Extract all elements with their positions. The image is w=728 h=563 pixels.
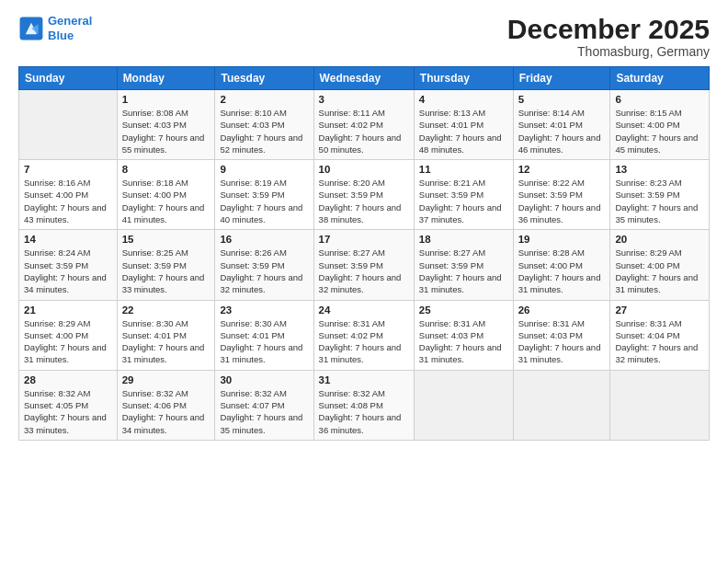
day-info: Sunrise: 8:22 AMSunset: 3:59 PMDaylight:… xyxy=(518,177,606,225)
day-info: Sunrise: 8:11 AMSunset: 4:02 PMDaylight:… xyxy=(319,107,409,155)
day-info: Sunrise: 8:31 AMSunset: 4:02 PMDaylight:… xyxy=(319,317,409,366)
header-monday: Monday xyxy=(117,67,215,90)
logo-icon xyxy=(18,16,44,41)
title-block: December 2025 Thomasburg, Germany xyxy=(507,14,710,59)
day-number: 30 xyxy=(220,374,308,385)
day-info: Sunrise: 8:29 AMSunset: 4:00 PMDaylight:… xyxy=(615,247,704,295)
calendar-cell: 29Sunrise: 8:32 AMSunset: 4:06 PMDayligh… xyxy=(117,370,215,440)
calendar-cell: 31Sunrise: 8:32 AMSunset: 4:08 PMDayligh… xyxy=(313,370,414,440)
day-info: Sunrise: 8:29 AMSunset: 4:00 PMDaylight:… xyxy=(24,317,112,366)
day-number: 4 xyxy=(419,94,508,105)
calendar-cell xyxy=(19,90,118,160)
day-info: Sunrise: 8:19 AMSunset: 3:59 PMDaylight:… xyxy=(220,177,308,225)
day-number: 27 xyxy=(615,304,704,316)
header: General Blue December 2025 Thomasburg, G… xyxy=(18,14,710,59)
day-number: 18 xyxy=(419,234,508,245)
day-info: Sunrise: 8:16 AMSunset: 4:00 PMDaylight:… xyxy=(24,177,112,225)
day-number: 2 xyxy=(220,94,308,105)
day-info: Sunrise: 8:32 AMSunset: 4:06 PMDaylight:… xyxy=(122,387,210,436)
page-container: General Blue December 2025 Thomasburg, G… xyxy=(0,0,728,563)
day-info: Sunrise: 8:20 AMSunset: 3:59 PMDaylight:… xyxy=(319,177,409,225)
calendar-cell: 10Sunrise: 8:20 AMSunset: 3:59 PMDayligh… xyxy=(313,160,414,230)
day-info: Sunrise: 8:27 AMSunset: 3:59 PMDaylight:… xyxy=(319,247,409,295)
calendar-week-row: 1Sunrise: 8:08 AMSunset: 4:03 PMDaylight… xyxy=(19,90,710,160)
calendar-cell: 17Sunrise: 8:27 AMSunset: 3:59 PMDayligh… xyxy=(313,230,414,300)
day-info: Sunrise: 8:24 AMSunset: 3:59 PMDaylight:… xyxy=(24,247,112,295)
day-info: Sunrise: 8:31 AMSunset: 4:03 PMDaylight:… xyxy=(419,317,508,366)
header-wednesday: Wednesday xyxy=(313,67,414,90)
day-number: 16 xyxy=(220,234,308,245)
calendar-cell: 23Sunrise: 8:30 AMSunset: 4:01 PMDayligh… xyxy=(215,300,313,370)
day-number: 3 xyxy=(319,94,409,105)
calendar-cell: 7Sunrise: 8:16 AMSunset: 4:00 PMDaylight… xyxy=(19,160,118,230)
calendar-cell: 28Sunrise: 8:32 AMSunset: 4:05 PMDayligh… xyxy=(19,370,118,440)
calendar-cell: 27Sunrise: 8:31 AMSunset: 4:04 PMDayligh… xyxy=(610,300,710,370)
calendar-cell: 30Sunrise: 8:32 AMSunset: 4:07 PMDayligh… xyxy=(215,370,313,440)
day-number: 10 xyxy=(319,164,409,175)
calendar-cell xyxy=(414,370,513,440)
calendar-cell: 19Sunrise: 8:28 AMSunset: 4:00 PMDayligh… xyxy=(513,230,610,300)
day-number: 13 xyxy=(615,164,704,175)
day-number: 1 xyxy=(122,94,210,105)
day-number: 8 xyxy=(122,164,210,175)
calendar-cell: 8Sunrise: 8:18 AMSunset: 4:00 PMDaylight… xyxy=(117,160,215,230)
day-info: Sunrise: 8:15 AMSunset: 4:00 PMDaylight:… xyxy=(615,107,704,155)
calendar: Sunday Monday Tuesday Wednesday Thursday… xyxy=(18,66,710,441)
calendar-cell: 15Sunrise: 8:25 AMSunset: 3:59 PMDayligh… xyxy=(117,230,215,300)
header-saturday: Saturday xyxy=(610,67,710,90)
calendar-cell: 2Sunrise: 8:10 AMSunset: 4:03 PMDaylight… xyxy=(215,90,313,160)
location: Thomasburg, Germany xyxy=(507,44,710,59)
calendar-week-row: 28Sunrise: 8:32 AMSunset: 4:05 PMDayligh… xyxy=(19,370,710,440)
calendar-cell xyxy=(610,370,710,440)
calendar-week-row: 21Sunrise: 8:29 AMSunset: 4:00 PMDayligh… xyxy=(19,300,710,370)
day-info: Sunrise: 8:32 AMSunset: 4:07 PMDaylight:… xyxy=(220,387,308,436)
day-number: 24 xyxy=(319,304,409,316)
calendar-cell: 25Sunrise: 8:31 AMSunset: 4:03 PMDayligh… xyxy=(414,300,513,370)
day-info: Sunrise: 8:32 AMSunset: 4:05 PMDaylight:… xyxy=(24,387,112,436)
logo-text: General Blue xyxy=(48,14,92,42)
calendar-cell xyxy=(513,370,610,440)
day-info: Sunrise: 8:30 AMSunset: 4:01 PMDaylight:… xyxy=(122,317,210,366)
calendar-cell: 11Sunrise: 8:21 AMSunset: 3:59 PMDayligh… xyxy=(414,160,513,230)
day-number: 11 xyxy=(419,164,508,175)
calendar-cell: 5Sunrise: 8:14 AMSunset: 4:01 PMDaylight… xyxy=(513,90,610,160)
day-info: Sunrise: 8:18 AMSunset: 4:00 PMDaylight:… xyxy=(122,177,210,225)
month-title: December 2025 xyxy=(507,14,710,44)
calendar-cell: 13Sunrise: 8:23 AMSunset: 3:59 PMDayligh… xyxy=(610,160,710,230)
calendar-week-row: 7Sunrise: 8:16 AMSunset: 4:00 PMDaylight… xyxy=(19,160,710,230)
calendar-cell: 21Sunrise: 8:29 AMSunset: 4:00 PMDayligh… xyxy=(19,300,118,370)
day-number: 9 xyxy=(220,164,308,175)
day-number: 5 xyxy=(518,94,606,105)
calendar-header-row: Sunday Monday Tuesday Wednesday Thursday… xyxy=(19,67,710,90)
header-thursday: Thursday xyxy=(414,67,513,90)
logo: General Blue xyxy=(18,14,92,42)
day-info: Sunrise: 8:27 AMSunset: 3:59 PMDaylight:… xyxy=(419,247,508,295)
day-number: 29 xyxy=(122,374,210,385)
calendar-cell: 20Sunrise: 8:29 AMSunset: 4:00 PMDayligh… xyxy=(610,230,710,300)
calendar-cell: 14Sunrise: 8:24 AMSunset: 3:59 PMDayligh… xyxy=(19,230,118,300)
calendar-cell: 6Sunrise: 8:15 AMSunset: 4:00 PMDaylight… xyxy=(610,90,710,160)
day-info: Sunrise: 8:32 AMSunset: 4:08 PMDaylight:… xyxy=(319,387,409,436)
calendar-cell: 22Sunrise: 8:30 AMSunset: 4:01 PMDayligh… xyxy=(117,300,215,370)
day-number: 15 xyxy=(122,234,210,245)
day-number: 22 xyxy=(122,304,210,316)
calendar-cell: 4Sunrise: 8:13 AMSunset: 4:01 PMDaylight… xyxy=(414,90,513,160)
day-number: 19 xyxy=(518,234,606,245)
header-tuesday: Tuesday xyxy=(215,67,313,90)
day-number: 28 xyxy=(24,374,112,385)
logo-line1: General xyxy=(48,14,92,28)
day-info: Sunrise: 8:28 AMSunset: 4:00 PMDaylight:… xyxy=(518,247,606,295)
calendar-cell: 12Sunrise: 8:22 AMSunset: 3:59 PMDayligh… xyxy=(513,160,610,230)
day-number: 25 xyxy=(419,304,508,316)
calendar-cell: 16Sunrise: 8:26 AMSunset: 3:59 PMDayligh… xyxy=(215,230,313,300)
day-number: 6 xyxy=(615,94,704,105)
day-number: 14 xyxy=(24,234,112,245)
day-info: Sunrise: 8:31 AMSunset: 4:04 PMDaylight:… xyxy=(615,317,704,366)
day-info: Sunrise: 8:10 AMSunset: 4:03 PMDaylight:… xyxy=(220,107,308,155)
day-number: 31 xyxy=(319,374,409,385)
header-friday: Friday xyxy=(513,67,610,90)
day-number: 23 xyxy=(220,304,308,316)
day-number: 20 xyxy=(615,234,704,245)
day-info: Sunrise: 8:25 AMSunset: 3:59 PMDaylight:… xyxy=(122,247,210,295)
day-info: Sunrise: 8:26 AMSunset: 3:59 PMDaylight:… xyxy=(220,247,308,295)
